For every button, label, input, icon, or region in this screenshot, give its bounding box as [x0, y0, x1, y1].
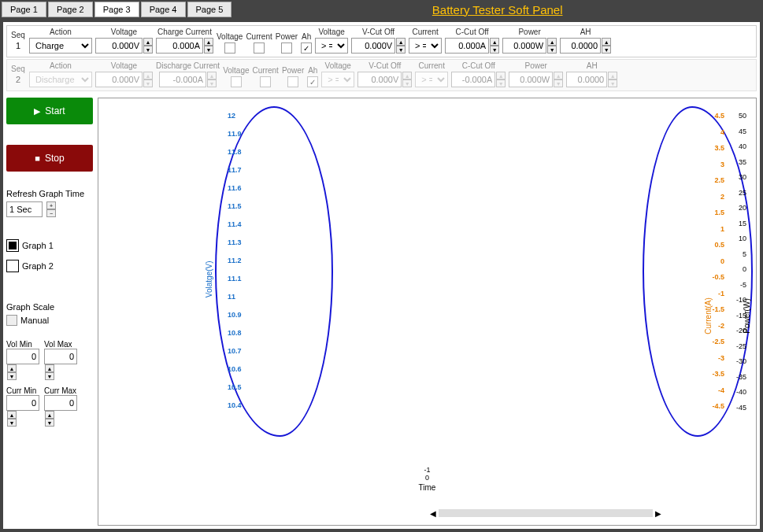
scroll-left-icon[interactable]: ◀ — [428, 509, 439, 518]
power-check[interactable] — [281, 42, 292, 54]
spin-down[interactable]: ▼ — [7, 372, 17, 380]
spin-up[interactable]: ▲ — [547, 38, 557, 46]
spin-up[interactable]: ▲ — [396, 38, 406, 46]
voltage2-label: Voltage — [223, 66, 249, 75]
spin-up[interactable]: ▲ — [7, 411, 17, 419]
graph1-checkbox[interactable] — [6, 239, 19, 252]
manual-label: Manual — [20, 316, 49, 325]
sidebar: ▶Start ■Stop Refresh Graph Time +− Graph… — [6, 98, 93, 526]
voltage-input[interactable] — [95, 38, 143, 54]
spin-up[interactable]: + — [46, 201, 56, 209]
scroll-right-icon[interactable]: ▶ — [653, 509, 664, 518]
spin-down[interactable]: ▼ — [547, 46, 557, 54]
spin-down[interactable]: ▼ — [7, 419, 17, 427]
volmax-label: Vol Max — [44, 340, 77, 349]
spin-down[interactable]: ▼ — [143, 46, 153, 54]
tab-page-3[interactable]: Page 3 — [94, 2, 139, 17]
voltage-label: Voltage — [111, 61, 137, 70]
spin-down: ▼ — [402, 79, 412, 87]
spin-down: ▼ — [496, 79, 506, 87]
ah-check[interactable]: ✓ — [301, 42, 312, 54]
spin-down: ▼ — [554, 79, 563, 87]
tab-page-4[interactable]: Page 4 — [141, 2, 186, 17]
current-label: Current — [246, 32, 272, 41]
power-input[interactable] — [502, 38, 546, 54]
voltage-check — [231, 76, 242, 87]
graph2-label: Graph 2 — [22, 261, 54, 271]
spin-down[interactable]: ▼ — [490, 46, 499, 54]
tab-page-5[interactable]: Page 5 — [187, 2, 232, 17]
power-label: Power — [276, 32, 298, 41]
voltage-label: Voltage — [111, 28, 137, 36]
voltage3-label: Voltage — [318, 28, 344, 36]
action-select: Discharge — [29, 72, 92, 87]
tab-page-2[interactable]: Page 2 — [48, 2, 93, 17]
start-button[interactable]: ▶Start — [6, 98, 93, 124]
spin-down[interactable]: ▼ — [602, 46, 611, 54]
volmax-input[interactable] — [44, 349, 77, 364]
ccut-input[interactable] — [445, 38, 489, 54]
power2-label: Power — [518, 28, 540, 36]
spin-up[interactable]: ▲ — [602, 38, 611, 46]
voltage-check[interactable] — [224, 42, 235, 54]
ah-check: ✓ — [307, 76, 318, 87]
spin-down[interactable]: − — [46, 209, 56, 217]
spin-up: ▲ — [402, 72, 412, 79]
spin-up[interactable]: ▲ — [45, 411, 54, 419]
graph-panel: Volatge(V) Current(A) Power(W) Time 1211… — [98, 98, 757, 526]
spin-up[interactable]: ▲ — [45, 364, 54, 372]
app-title: Battery Tester Soft Panel — [231, 3, 763, 17]
spin-down: ▼ — [207, 79, 217, 87]
ccut-op-select[interactable]: > = — [409, 38, 442, 54]
volmin-label: Vol Min — [6, 340, 39, 349]
action-label: Action — [50, 28, 72, 36]
graph-scrollbar[interactable]: ◀ ▶ — [428, 508, 664, 519]
spin-up: ▲ — [554, 72, 563, 79]
charge-current-input[interactable] — [156, 38, 203, 54]
spin-up[interactable]: ▲ — [490, 38, 499, 46]
voltage-axis-label: Volatge(V) — [205, 260, 213, 297]
graph2-checkbox[interactable] — [6, 260, 19, 272]
ah-label: Ah — [308, 66, 317, 75]
voltage-input — [95, 72, 143, 87]
refresh-input[interactable] — [6, 201, 43, 217]
stop-icon: ■ — [35, 153, 40, 163]
graph-scale-label: Graph Scale — [6, 302, 93, 312]
volmin-input[interactable] — [6, 349, 39, 364]
current-ticks: 4.543.532.521.510.50-0.5-1-1.5-2-2.5-3-3… — [712, 113, 724, 419]
currmin-input[interactable] — [6, 395, 39, 411]
spin-down[interactable]: ▼ — [204, 46, 213, 54]
stop-button[interactable]: ■Stop — [6, 145, 93, 172]
current-check[interactable] — [254, 42, 265, 54]
spin-up[interactable]: ▲ — [7, 364, 17, 372]
spin-down[interactable]: ▼ — [396, 46, 406, 54]
ccut-input — [451, 72, 495, 87]
currmax-input[interactable] — [44, 395, 77, 411]
ah-input[interactable] — [560, 38, 601, 54]
spin-up[interactable]: ▲ — [143, 38, 153, 46]
graph1-label: Graph 1 — [22, 241, 54, 250]
spin-down[interactable]: ▼ — [45, 419, 54, 427]
refresh-label: Refresh Graph Time — [6, 189, 93, 198]
spin-up: ▲ — [143, 72, 153, 79]
ah2-label: AH — [580, 28, 591, 36]
ccut-op-select: > = — [415, 72, 448, 87]
action-label: Action — [50, 61, 72, 70]
ah2-label: AH — [587, 61, 598, 70]
power2-label: Power — [525, 61, 547, 70]
current2-label: Current — [412, 28, 438, 36]
vcut-label: V-Cut Off — [362, 28, 394, 36]
spin-down[interactable]: ▼ — [45, 372, 54, 380]
scroll-track[interactable] — [439, 509, 653, 517]
voltage3-label: Voltage — [325, 61, 351, 70]
vcut-op-select: > = — [321, 72, 354, 87]
spin-down: ▼ — [608, 79, 617, 87]
spin-up[interactable]: ▲ — [204, 38, 213, 46]
ah-input — [566, 72, 607, 87]
tab-page-1[interactable]: Page 1 — [2, 2, 46, 17]
vcut-input[interactable] — [351, 38, 395, 54]
action-select[interactable]: Charge — [29, 38, 92, 54]
manual-checkbox[interactable] — [6, 315, 17, 326]
play-icon: ▶ — [34, 106, 40, 116]
vcut-op-select[interactable]: > = — [315, 38, 348, 54]
